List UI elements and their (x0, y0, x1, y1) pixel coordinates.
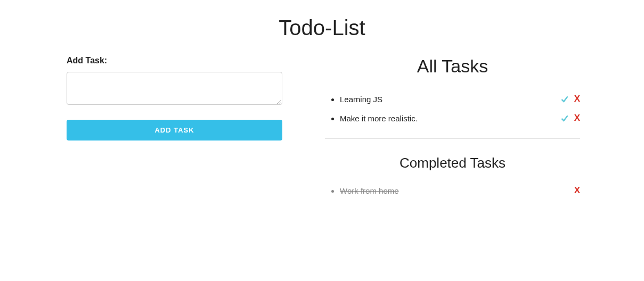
task-text: Make it more realistic. (340, 114, 560, 123)
task-actions: X (560, 113, 580, 123)
main-container: Add Task: ADD TASK All Tasks Learning JS… (0, 56, 644, 211)
task-actions: X (560, 94, 580, 104)
task-text: Learning JS (340, 95, 560, 104)
all-tasks-heading: All Tasks (325, 56, 580, 77)
add-task-button[interactable]: ADD TASK (67, 120, 282, 140)
task-text: Work from home (340, 186, 574, 195)
add-task-panel: Add Task: ADD TASK (32, 56, 314, 211)
all-tasks-list: Learning JS X Make it more realistic. X (325, 89, 580, 128)
task-input[interactable] (67, 72, 282, 105)
task-actions: X (574, 185, 580, 196)
delete-icon[interactable]: X (574, 94, 580, 104)
check-icon[interactable] (560, 114, 569, 122)
delete-icon[interactable]: X (574, 185, 580, 196)
completed-task-item: Work from home X (340, 181, 580, 200)
task-item: Learning JS X (340, 89, 580, 109)
delete-icon[interactable]: X (574, 113, 580, 123)
completed-tasks-heading: Completed Tasks (325, 155, 580, 171)
check-icon[interactable] (560, 95, 569, 103)
add-task-label: Add Task: (67, 56, 282, 65)
divider (325, 138, 580, 139)
task-item: Make it more realistic. X (340, 109, 580, 128)
tasks-panel: All Tasks Learning JS X Make it more rea… (314, 56, 612, 211)
page-title: Todo-List (0, 16, 644, 40)
completed-tasks-list: Work from home X (325, 181, 580, 200)
